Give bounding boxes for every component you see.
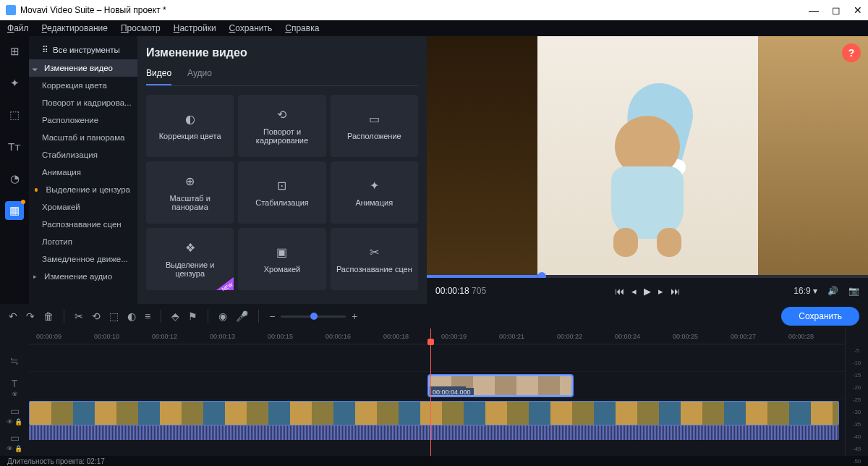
panel-title: Изменение видео — [146, 46, 418, 59]
app-logo-icon — [6, 5, 16, 15]
stickers-icon[interactable]: ◔ — [5, 169, 24, 188]
menu-settings[interactable]: Настройки — [174, 23, 216, 33]
next-clip-icon[interactable]: ⏭ — [671, 286, 680, 297]
play-icon[interactable]: ▶ — [644, 286, 651, 297]
text-track[interactable] — [29, 344, 845, 372]
sidebar-item-chromakey[interactable]: Хромакей — [29, 198, 137, 216]
audio-meter: -5-10-15-20-25-30-35-40-45-50-55 — [845, 329, 868, 456]
titles-icon[interactable]: Tᴛ — [5, 137, 24, 156]
zoom-out-icon[interactable]: − — [269, 310, 275, 322]
overlay-track[interactable]: мишка.jpg 00:00:04.000 — [29, 372, 845, 399]
sidebar: ⠿ Все инструменты Изменение видео Коррек… — [29, 36, 137, 304]
menu-view[interactable]: Просмотр — [121, 23, 161, 33]
sidebar-item-audio-edit[interactable]: Изменение аудио — [29, 268, 137, 285]
preview-pane: ? 00:00:18 705 ⏮ ◂ ▶ ▸ ⏭ 16:9 ▾ 🔊 📷 — [427, 36, 868, 304]
color-icon[interactable]: ◐ — [127, 310, 136, 322]
sidebar-item-rotate-crop[interactable]: Поворот и кадрирова... — [29, 94, 137, 111]
tool-8[interactable]: ✂Распознавание сцен — [331, 228, 418, 290]
rotate-icon[interactable]: ⟲ — [92, 310, 101, 322]
sidebar-item-video-edit[interactable]: Изменение видео — [29, 59, 137, 77]
tool-5[interactable]: ✦Анимация — [331, 161, 418, 224]
track-settings-icon[interactable]: ≒ — [0, 347, 29, 375]
titlebar: Movavi Video Suite – Новый проект * — ◻ … — [0, 0, 868, 20]
sidebar-item-position[interactable]: Расположение — [29, 111, 137, 129]
mic-icon[interactable]: 🎤 — [236, 310, 248, 322]
adjust-icon[interactable]: ≡ — [145, 310, 150, 322]
record-icon[interactable]: ◉ — [218, 310, 227, 322]
preview-time: 00:00:18 705 — [435, 286, 486, 296]
cut-icon[interactable]: ✂ — [75, 310, 83, 322]
sidebar-item-all-tools[interactable]: ⠿ Все инструменты — [29, 41, 137, 59]
tool-0[interactable]: ◐Коррекция цвета — [146, 95, 234, 157]
tab-audio[interactable]: Аудио — [187, 68, 212, 85]
timeline-toolbar: ↶ ↷ 🗑 ✂ ⟲ ⬚ ◐ ≡ ⬘ ⚑ ◉ 🎤 − + Сохранить — [0, 304, 868, 329]
step-fwd-icon[interactable]: ▸ — [658, 286, 663, 297]
sidebar-item-stabilize[interactable]: Стабилизация — [29, 146, 137, 164]
crop-icon[interactable]: ⬚ — [109, 310, 119, 322]
clip-main-video[interactable] — [29, 401, 839, 425]
timeline-zoom[interactable]: − + — [269, 310, 357, 322]
sidebar-item-animation[interactable]: Анимация — [29, 164, 137, 181]
transitions-icon[interactable]: ⬚ — [5, 106, 24, 124]
redo-icon[interactable]: ↷ — [26, 310, 35, 322]
effects-icon[interactable]: ✦ — [5, 74, 24, 93]
text-track-icon[interactable]: T👁 — [0, 375, 29, 402]
clip-audio-wave[interactable] — [29, 425, 839, 440]
add-media-icon[interactable]: ⊞ — [5, 42, 24, 61]
sidebar-item-zoom-pan[interactable]: Масштаб и панорама — [29, 129, 137, 146]
tool-4[interactable]: ⊡Стабилизация — [238, 161, 326, 224]
zoom-in-icon[interactable]: + — [352, 310, 357, 322]
sidebar-item-highlight[interactable]: Выделение и цензура — [29, 181, 137, 198]
sidebar-item-slowmo[interactable]: Замедленное движе... — [29, 250, 137, 268]
prev-clip-icon[interactable]: ⏮ — [615, 286, 624, 297]
minimize-button[interactable]: — — [809, 4, 819, 16]
clip-overlay[interactable]: мишка.jpg 00:00:04.000 — [428, 375, 573, 397]
window-title: Movavi Video Suite – Новый проект * — [20, 5, 166, 15]
timeline-ruler[interactable]: 00:00:0900:00:1000:00:1200:00:1300:00:15… — [29, 329, 845, 344]
tool-panel: Изменение видео Видео Аудио ◐Коррекция ц… — [137, 36, 427, 304]
menu-help[interactable]: Справка — [285, 23, 319, 33]
menu-file[interactable]: Файл — [7, 23, 29, 33]
menu-edit[interactable]: Редактирование — [42, 23, 108, 33]
preview-controls: 00:00:18 705 ⏮ ◂ ▶ ▸ ⏭ 16:9 ▾ 🔊 📷 — [427, 278, 868, 304]
video-track[interactable] — [29, 399, 845, 440]
save-button[interactable]: Сохранить — [781, 307, 859, 326]
more-tools-icon[interactable]: ▦ — [5, 201, 24, 220]
clip-duration: 00:00:04.000 — [430, 388, 474, 395]
tool-2[interactable]: ▭Расположение — [331, 95, 418, 157]
sidebar-item-scene-detect[interactable]: Распознавание сцен — [29, 216, 137, 233]
delete-icon[interactable]: 🗑 — [43, 310, 54, 322]
maximize-button[interactable]: ◻ — [832, 4, 841, 16]
transition-icon[interactable]: ⬘ — [171, 310, 179, 322]
project-duration: 02:17 — [87, 457, 105, 465]
menubar: Файл Редактирование Просмотр Настройки С… — [0, 20, 868, 36]
timeline: ≒ T👁 ▭👁 🔒 ▭👁 🔒 00:00:0900:00:1000:00:120… — [0, 329, 868, 456]
step-back-icon[interactable]: ◂ — [631, 286, 637, 297]
tool-6[interactable]: ❖Выделение и цензураNEW — [146, 228, 234, 290]
statusbar: Длительность проекта: 02:17 — [0, 456, 868, 466]
menu-save[interactable]: Сохранить — [229, 23, 273, 33]
close-button[interactable]: ✕ — [854, 4, 862, 16]
left-toolbar: ⊞ ✦ ⬚ Tᴛ ◔ ▦ — [0, 36, 29, 304]
tool-1[interactable]: ⟲Поворот и кадрирование — [238, 95, 326, 157]
project-duration-label: Длительность проекта: — [7, 457, 85, 465]
preview-canvas[interactable] — [427, 36, 868, 275]
aspect-ratio[interactable]: 16:9 ▾ — [793, 286, 817, 296]
sidebar-item-logo[interactable]: Логотип — [29, 233, 137, 250]
volume-icon[interactable]: 🔊 — [827, 286, 838, 296]
marker-icon[interactable]: ⚑ — [188, 310, 197, 322]
overlay-track-icon[interactable]: ▭👁 🔒 — [0, 402, 29, 429]
tool-7[interactable]: ▣Хромакей — [238, 228, 326, 290]
snapshot-icon[interactable]: 📷 — [848, 286, 859, 296]
playhead[interactable] — [430, 329, 431, 456]
sidebar-item-color[interactable]: Коррекция цвета — [29, 77, 137, 94]
undo-icon[interactable]: ↶ — [9, 310, 17, 322]
tool-3[interactable]: ⊕Масштаб и панорама — [146, 161, 234, 224]
tab-video[interactable]: Видео — [146, 68, 171, 85]
video-track-icon[interactable]: ▭👁 🔒 — [0, 429, 29, 457]
help-button[interactable]: ? — [842, 43, 861, 62]
